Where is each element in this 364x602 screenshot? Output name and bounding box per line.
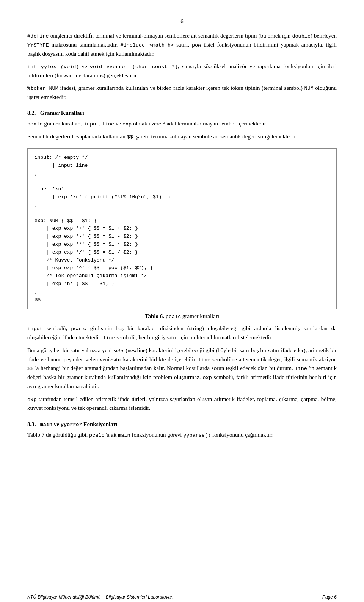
paragraph-1: #define önişlemci direktifi, terminal ve… (27, 31, 337, 58)
paragraph-7: Buna göre, her bir satır yalnızca yeni-s… (27, 346, 337, 391)
section-8-3-yyerror: yyerror (61, 422, 82, 428)
paragraph-6: input sembolü, pcalc girdisinin boş bir … (27, 324, 337, 342)
exp-keyword-2: exp (202, 375, 212, 381)
table-caption-rest: gramer kuralları (181, 313, 219, 319)
paragraph-5: Semantik değerleri hesaplamada kullanıla… (27, 132, 337, 141)
line-keyword-1: line (102, 121, 114, 127)
section-8-2-heading: 8.2. Gramer Kuralları (27, 110, 337, 116)
main-keyword: main (118, 433, 130, 438)
exp-keyword-1: exp (122, 121, 132, 127)
page-number-text: 6 (180, 18, 184, 24)
pow-keyword: pow (192, 42, 201, 48)
section-8-3-heading: 8.3. main ve yyerror main ve yyerror Fon… (27, 421, 337, 428)
token-num-keyword: %token NUM (27, 86, 58, 91)
paragraph-4: pcalc gramer kuralları, input, line ve e… (27, 119, 337, 129)
section-8-2-number: 8.2. (27, 110, 36, 116)
paragraph-9: Tablo 7 de görüldüğü gibi, pcalc 'a ait … (27, 431, 337, 440)
double-keyword: double (292, 33, 311, 39)
dollar-dollar: $$ (127, 134, 133, 140)
paragraph-3: %token NUM ifadesi, gramer kurallarında … (27, 84, 337, 102)
table-caption-bold: Tablo 6. (145, 313, 164, 319)
section-8-2-title: Gramer Kuralları (40, 110, 84, 116)
paragraph-2: int yylex (void) ve void yyerror (char c… (27, 62, 337, 80)
include-math-keyword: #include <math.h> (120, 42, 174, 48)
pcalc-keyword-1: pcalc (27, 121, 43, 127)
footer-left: KTÜ Bilgisayar Mühendisliği Bölümü – Bil… (27, 594, 174, 600)
section-8-3-number: 8.3. (27, 421, 36, 427)
page-number: 6 (27, 18, 337, 25)
section-8-3-title-text: Fonksiyonları (83, 421, 117, 427)
pcalc-keyword-2: pcalc (71, 326, 86, 332)
yystype-keyword: YYSTYPE (27, 42, 49, 48)
yyerror-decl: void yyerror (char const *) (90, 64, 178, 70)
newline-italic: satır (114, 347, 124, 353)
input-keyword-1: input (84, 121, 99, 127)
footer-right: Page 6 (322, 594, 337, 600)
page-footer: KTÜ Bilgisayar Mühendisliği Bölümü – Bil… (0, 592, 364, 602)
pcalc-keyword-3: pcalc (89, 433, 105, 438)
paragraph-8: exp tarafından temsil edilen aritmetik i… (27, 395, 337, 413)
input-keyword-inline: input (27, 326, 43, 332)
page-container: 6 #define önişlemci direktifi, terminal … (0, 0, 364, 474)
line-keyword-3: line (295, 366, 307, 372)
line-keyword-inline: line (103, 335, 115, 341)
define-keyword: #define (27, 33, 49, 39)
exp-keyword-3: exp (27, 397, 36, 403)
line-keyword-2: line (198, 357, 210, 363)
yyparse-keyword: yyparse() (183, 433, 211, 438)
table-caption: Tablo 6. pcalc gramer kuralları (27, 313, 337, 320)
dollar-dollar-2: $$ (27, 366, 33, 372)
grammar-code-block: input: /* empty */ | input line ; line: … (27, 148, 337, 309)
yylex-decl: int yylex (void) (27, 64, 79, 70)
grammar-code-pre: input: /* empty */ | input line ; line: … (35, 154, 329, 304)
table-caption-code: pcalc (166, 314, 181, 320)
num-keyword: NUM (304, 86, 313, 91)
section-8-3-main: main (40, 422, 52, 428)
